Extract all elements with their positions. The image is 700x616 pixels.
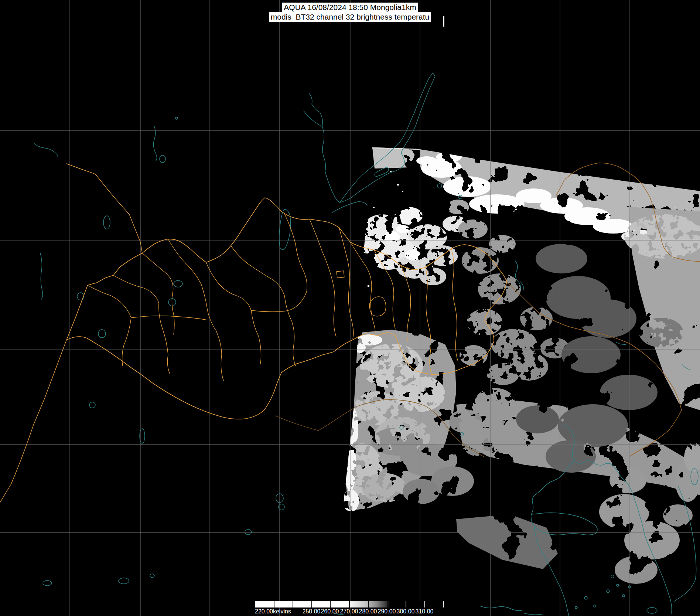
colorbar-gradient: [255, 601, 448, 608]
xinjiang-border: [0, 340, 66, 503]
colorbar-tick: [311, 601, 312, 608]
title-block: AQUA 16/08/2024 18:50 Mongolia1km modis_…: [0, 3, 700, 22]
lakes-west-mongolia: [77, 216, 182, 443]
jeju-island: [647, 608, 657, 613]
coast-squiggle-1: [480, 606, 522, 610]
colorbar-tick: [274, 601, 274, 608]
lake-baikal: [340, 73, 435, 203]
colorbar-label: 250.00: [303, 608, 321, 615]
selenga-river: [309, 93, 340, 203]
colorbar-tick: [368, 601, 369, 608]
colorbar-label: 310.00: [416, 608, 434, 615]
title-line-2: modis_BT32 channel 32 brightness tempera…: [269, 12, 431, 22]
rivers-northwest: [34, 117, 178, 299]
colorbar-tick: [293, 601, 293, 608]
selenga-branch: [304, 111, 321, 126]
satellite-image-viewer: { "title": { "line1": "AQUA 16/08/2024 1…: [0, 0, 700, 616]
satellite-map-canvas: [0, 0, 700, 616]
colorbar-legend: 220.00kelvins 250.00 260.00 270.00 280.0…: [255, 601, 448, 608]
cloud-north-cluster: [355, 207, 468, 285]
swath-top-sliver: [372, 148, 420, 169]
colorbar-labels: 220.00kelvins 250.00 260.00 270.00 280.0…: [255, 608, 462, 615]
colorbar-label: 260.00: [321, 608, 339, 615]
colorbar-label: 300.00: [397, 608, 415, 615]
map-stage: [0, 0, 700, 616]
colorbar-tick: [387, 601, 387, 608]
lakes-south: [43, 494, 284, 586]
colorbar-tick: [443, 601, 444, 608]
colorbar-label: 270.00: [340, 608, 358, 615]
lake-khovsgol: [279, 209, 291, 250]
colorbar-tick: [424, 601, 425, 608]
tuva-border: [66, 164, 142, 253]
colorbar-tick: [330, 601, 331, 608]
selenga-delta: [332, 202, 367, 213]
title-line-1: AQUA 16/08/2024 18:50 Mongolia1km: [282, 3, 418, 12]
colorbar-tick: [349, 601, 350, 608]
colorbar-label: 280.00: [359, 608, 377, 615]
colorbar-unit-label: 220.00kelvins: [255, 608, 291, 615]
colorbar-tick: [406, 601, 406, 608]
colorbar-label: 290.00: [378, 608, 396, 615]
satellite-swath: [342, 148, 700, 584]
coast-squiggle-2: [525, 613, 542, 615]
olkhon-shore: [375, 167, 389, 177]
